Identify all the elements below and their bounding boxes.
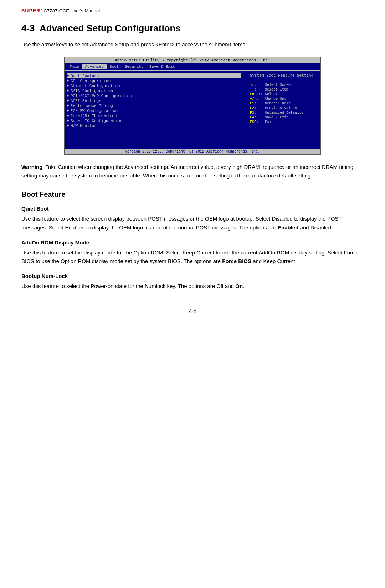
- intro-text: Use the arrow keys to select Advanced Se…: [21, 40, 364, 49]
- page-container: SUPER● C7Z87-OCE User's Manual 4-3 Advan…: [0, 0, 385, 588]
- bios-key-row: ↑↓:Select Item: [250, 88, 318, 92]
- addon-rom-text: Use this feature to set the display mode…: [21, 248, 364, 266]
- bios-menu-item[interactable]: ► Boot Feature: [67, 73, 241, 78]
- bios-key-row: +/-:Change Opt: [250, 97, 318, 101]
- bios-menu-item[interactable]: ► SATA Configuration: [67, 88, 241, 93]
- section-number: 4-3: [21, 23, 35, 33]
- bios-nav-advanced[interactable]: Advanced: [82, 64, 107, 69]
- bios-menu-item[interactable]: ► CPU Configuration: [67, 78, 241, 83]
- warning-body: : Take Caution when changing the Advance…: [21, 164, 353, 179]
- boot-feature-heading: Boot Feature: [21, 190, 364, 198]
- manual-title: C7Z87-OCE User's Manual: [43, 8, 100, 14]
- section-heading: 4-3 Advanced Setup Configurations: [21, 23, 364, 34]
- bios-nav-save-&-exit[interactable]: Save & Exit: [146, 64, 178, 69]
- bios-key-row: F2:Previous Values: [250, 106, 318, 110]
- section-title: Advanced Setup Configurations: [40, 23, 181, 33]
- bios-footer: Version 2.15.1236. Copyright (C) 2012 Am…: [65, 149, 320, 154]
- bios-menu-left: ► Boot Feature► CPU Configuration► Chips…: [67, 73, 244, 148]
- warning-label: Warning: [21, 164, 42, 170]
- quiet-boot-text: Use this feature to select the screen di…: [21, 215, 364, 232]
- page-footer: 4-4: [21, 305, 364, 314]
- bios-menu-item[interactable]: ► PCH-FW Configuration: [67, 108, 241, 113]
- bios-body: ► Boot Feature► CPU Configuration► Chips…: [65, 71, 320, 149]
- bios-menu-item[interactable]: ► Performance Tuning: [67, 103, 241, 108]
- bootup-numlock-heading: Bootup Num-Lock: [21, 273, 364, 279]
- bios-menu-item[interactable]: ► PCIe/PCI/PnP Configuration: [67, 93, 241, 98]
- bios-key-row: F1:General Help: [250, 102, 318, 105]
- bios-help-right: System Boot Feature Setting →←:Select Sc…: [247, 73, 318, 148]
- brand-dot: ●: [40, 7, 43, 11]
- bios-menu-item[interactable]: ► H/W Monitor: [67, 123, 241, 128]
- bios-key-row: ESC:Exit: [250, 120, 318, 124]
- bios-menu-item[interactable]: ► Intel(R) Thunderbolt: [67, 113, 241, 118]
- bios-title-bar: Aptio Setup Utility - Copyright (C) 2012…: [65, 57, 320, 63]
- brand-name: SUPER●: [21, 7, 43, 14]
- bios-nav-security[interactable]: Security: [122, 64, 147, 69]
- bios-menu-item[interactable]: ► Chipset Configuration: [67, 83, 241, 88]
- bios-divider: [250, 81, 318, 81]
- bios-key-row: F3:Optimized Defaults: [250, 111, 318, 115]
- warning-text: Warning: Take Caution when changing the …: [21, 163, 364, 181]
- bios-key-row: F4:Save & Exit: [250, 115, 318, 119]
- page-number: 4-4: [189, 308, 196, 314]
- bootup-numlock-text: Use this feature to select the Power-on …: [21, 282, 364, 291]
- bios-help-text: System Boot Feature Setting: [250, 73, 318, 78]
- bios-menu-item[interactable]: ► Super IO Configuration: [67, 118, 241, 123]
- bios-menu-item[interactable]: ► ACPI Settings: [67, 98, 241, 103]
- bios-nav-boot[interactable]: Boot: [107, 64, 122, 69]
- bios-nav-main[interactable]: Main: [67, 64, 82, 69]
- bios-nav-bar: MainAdvancedBootSecuritySave & Exit: [65, 63, 320, 71]
- bios-key-row: Enter:Select: [250, 92, 318, 96]
- brand-text: SUPER: [21, 8, 40, 14]
- header-bar: SUPER● C7Z87-OCE User's Manual: [21, 7, 364, 16]
- bios-key-row: →←:Select Screen: [250, 83, 318, 87]
- bios-screenshot: Aptio Setup Utility - Copyright (C) 2012…: [64, 57, 321, 155]
- quiet-boot-heading: Quiet Boot: [21, 206, 364, 212]
- addon-rom-heading: AddOn ROM Display Mode: [21, 239, 364, 246]
